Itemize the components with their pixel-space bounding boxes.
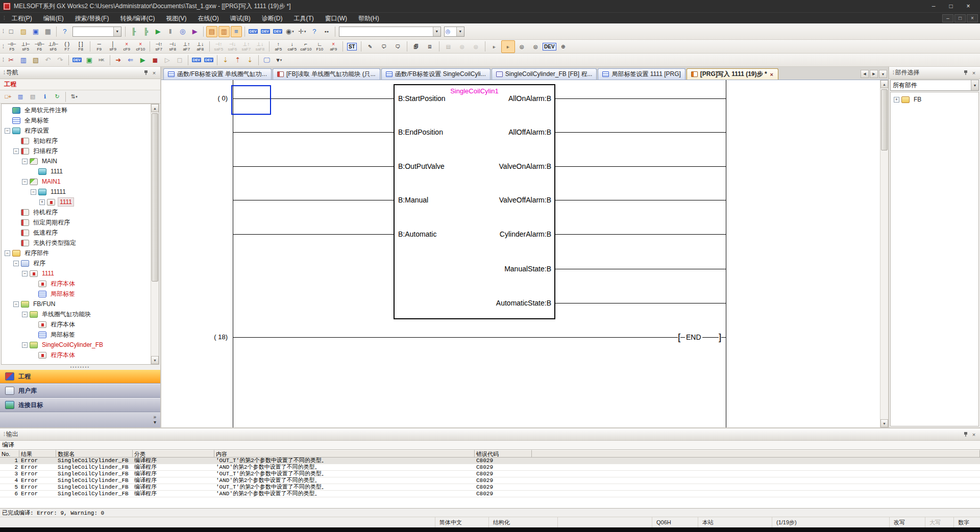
help-circle-icon[interactable]: ? bbox=[309, 26, 320, 37]
device-batch-monitor-icon[interactable]: DEV bbox=[272, 26, 283, 37]
menu-item-10[interactable]: 窗口(W) bbox=[320, 13, 353, 24]
device-selector[interactable]: ▼ bbox=[339, 27, 441, 37]
scroll-up-icon[interactable]: ▲ bbox=[151, 104, 159, 112]
menu-item-6[interactable]: 在线(O) bbox=[192, 13, 224, 24]
device-test-off-icon[interactable]: DEV bbox=[191, 55, 202, 66]
tree-item[interactable]: 初始程序 bbox=[2, 136, 151, 146]
falling-pulse-branch-icon[interactable]: ⊥↓aF8 bbox=[193, 40, 207, 53]
mdi-minimize-button[interactable]: – bbox=[942, 14, 953, 22]
statement-insert-icon[interactable]: 🗐 bbox=[409, 40, 423, 53]
menu-item-4[interactable]: 转换/编译(C) bbox=[114, 13, 160, 24]
tree-item[interactable]: −程序 bbox=[2, 258, 151, 268]
tree-item[interactable]: 1111 bbox=[2, 166, 151, 176]
collapse-icon[interactable]: − bbox=[13, 261, 19, 266]
part-filter-combo[interactable]: 所有部件 ▼ bbox=[890, 80, 979, 91]
tree-item[interactable]: 局部标签 bbox=[2, 289, 151, 299]
error-row[interactable]: 3ErrorSingleCoilCylinder_FB编译程序'OUT_T'的第… bbox=[0, 471, 980, 477]
note-insert-icon[interactable]: 🗏 bbox=[423, 40, 437, 53]
open-contact-icon[interactable]: ⊣⊢F5 bbox=[5, 40, 19, 53]
fb-output-pin[interactable]: ManualState:B bbox=[438, 265, 551, 273]
copy-doc-icon[interactable]: ▤ bbox=[442, 40, 455, 53]
column-header[interactable]: 错误代码 bbox=[475, 450, 532, 458]
refresh-icon[interactable]: ↻ bbox=[52, 91, 63, 103]
pause-program-icon[interactable]: ‖ bbox=[165, 26, 176, 37]
pin-icon[interactable] bbox=[962, 430, 970, 439]
tree-item[interactable]: 局部标签 bbox=[2, 330, 151, 340]
line-delete-icon[interactable]: ×aF9 bbox=[327, 40, 340, 53]
collapse-icon[interactable]: − bbox=[5, 128, 10, 134]
maximize-button[interactable]: □ bbox=[942, 1, 960, 11]
device-comment-edit-icon[interactable]: ✎ bbox=[363, 40, 377, 53]
view-button-userlib[interactable]: 用户库 bbox=[0, 384, 160, 398]
line-draw-icon[interactable]: ∟F10 bbox=[313, 40, 327, 53]
falling-pulse-close-icon[interactable]: ⊣↓saF6 bbox=[226, 40, 239, 53]
falling-pulse-close-branch-icon[interactable]: ⊥↓saF8 bbox=[253, 40, 267, 53]
ladder-find-edit-icon[interactable]: ◎ bbox=[529, 40, 543, 53]
column-header[interactable]: 结果 bbox=[19, 450, 56, 458]
run-program-icon[interactable]: ▶ bbox=[153, 26, 164, 37]
collapse-icon[interactable]: − bbox=[22, 312, 28, 317]
delete-vertical-line-icon[interactable]: ×cF10 bbox=[134, 40, 148, 53]
save-project-icon[interactable]: ▣ bbox=[30, 26, 41, 37]
tree-item[interactable]: 全局标签 bbox=[2, 115, 151, 125]
scrollbar-thumb[interactable] bbox=[881, 89, 888, 150]
collapse-icon[interactable]: − bbox=[31, 189, 36, 195]
program-find-icon[interactable]: ◎ bbox=[177, 26, 188, 37]
menu-item-2[interactable]: 编辑(E) bbox=[38, 13, 69, 24]
sampling-write-icon[interactable]: ⇡ bbox=[232, 55, 243, 66]
device-comment-icon[interactable]: DEV bbox=[248, 26, 259, 37]
remote-operation-icon[interactable]: 🖵 bbox=[261, 55, 273, 66]
document-tab-2[interactable]: [FB]读取 单线圈气缸功能块 (只... bbox=[273, 68, 380, 80]
tree-item[interactable]: 全局软元件注释 bbox=[2, 105, 151, 115]
collapse-icon[interactable]: − bbox=[13, 148, 19, 154]
statement-edit-icon[interactable]: 🗩 bbox=[377, 40, 391, 53]
execute-monitor-icon[interactable]: ▶ bbox=[189, 26, 201, 37]
redo-icon[interactable]: ↷ bbox=[55, 55, 66, 66]
tree-item[interactable]: −FB/FUN bbox=[2, 299, 151, 309]
statement-display-icon[interactable]: ▥ bbox=[218, 26, 230, 37]
tree-item[interactable]: 程序本体 bbox=[2, 350, 151, 360]
tab-scroll-left-icon[interactable]: ◀ bbox=[861, 70, 869, 78]
pin-icon[interactable] bbox=[142, 69, 150, 77]
ladder-edit-icon[interactable]: ╟ bbox=[128, 26, 139, 37]
document-tab-6[interactable]: [PRG]写入 1111 (19)步 *× bbox=[687, 68, 778, 80]
write-to-plc-icon[interactable]: ➜ bbox=[113, 55, 124, 66]
rising-pulse-close-icon[interactable]: ⊣↑saF5 bbox=[212, 40, 226, 53]
tree-item[interactable]: −MAIN1 bbox=[2, 176, 151, 187]
tab-close-icon[interactable]: × bbox=[770, 71, 774, 78]
part-tree-item[interactable]: +FB bbox=[891, 94, 978, 105]
fb-output-pin[interactable]: CylinderAlarm:B bbox=[438, 230, 551, 238]
tree-item[interactable]: −MAIN bbox=[2, 156, 151, 166]
device-monitor-icon[interactable]: DEV bbox=[260, 26, 271, 37]
tree-display-edit-icon[interactable]: ⫦ bbox=[501, 40, 515, 53]
expander-glyph[interactable]: ▾ bbox=[154, 420, 156, 425]
collapse-icon[interactable]: − bbox=[22, 179, 28, 185]
mdi-close-button[interactable]: × bbox=[967, 14, 978, 22]
document-tab-3[interactable]: 函数/FB标签设置 SingleCoilCyli... bbox=[381, 68, 491, 80]
screen-display-icon[interactable]: ▣ bbox=[84, 55, 95, 66]
tree-item[interactable]: 程序本体 bbox=[2, 319, 151, 330]
panel-splitter[interactable]: ▪▪▪▪▪▪▪▪ bbox=[0, 365, 160, 369]
document-tab-4[interactable]: SingleCoilCylinder_FB [FB] 程... bbox=[492, 68, 597, 80]
convert-rising-icon[interactable]: ↓caF5 bbox=[285, 40, 299, 53]
tree-item[interactable]: −程序设置 bbox=[2, 125, 151, 136]
vertical-line-icon[interactable]: │sF9 bbox=[106, 40, 120, 53]
tree-item[interactable]: 恒定周期程序 bbox=[2, 217, 151, 227]
closed-branch-icon[interactable]: ⊥/⊢sF6 bbox=[46, 40, 60, 53]
minimize-button[interactable]: – bbox=[925, 1, 942, 11]
tree-item[interactable]: −程序部件 bbox=[2, 248, 151, 258]
tree-item[interactable]: −SingleCoilCylinder_FB bbox=[2, 340, 151, 350]
fb-output-pin[interactable]: ValveOnAlarm:B bbox=[438, 162, 551, 170]
open-project-icon[interactable]: ▨ bbox=[18, 26, 29, 37]
sampling-trace-icon[interactable]: ⇣ bbox=[220, 55, 231, 66]
document-tab-5[interactable]: 局部标签设置 1111 [PRG] bbox=[598, 68, 685, 80]
fb-output-pin[interactable]: AllOffAlarm:B bbox=[438, 128, 551, 136]
menu-item-7[interactable]: 调试(B) bbox=[225, 13, 256, 24]
error-row[interactable]: 4ErrorSingleCoilCylinder_FB编译程序'AND'的第2个… bbox=[0, 477, 980, 484]
close-button[interactable]: × bbox=[960, 1, 977, 11]
column-header[interactable]: 数据名 bbox=[56, 450, 133, 458]
fb-output-pin[interactable]: AutomaticState:B bbox=[438, 299, 551, 307]
column-header[interactable]: No. bbox=[0, 450, 19, 458]
scrollbar-thumb[interactable] bbox=[152, 113, 158, 282]
crosshair-tool-icon[interactable]: ✛▾ bbox=[297, 26, 308, 37]
